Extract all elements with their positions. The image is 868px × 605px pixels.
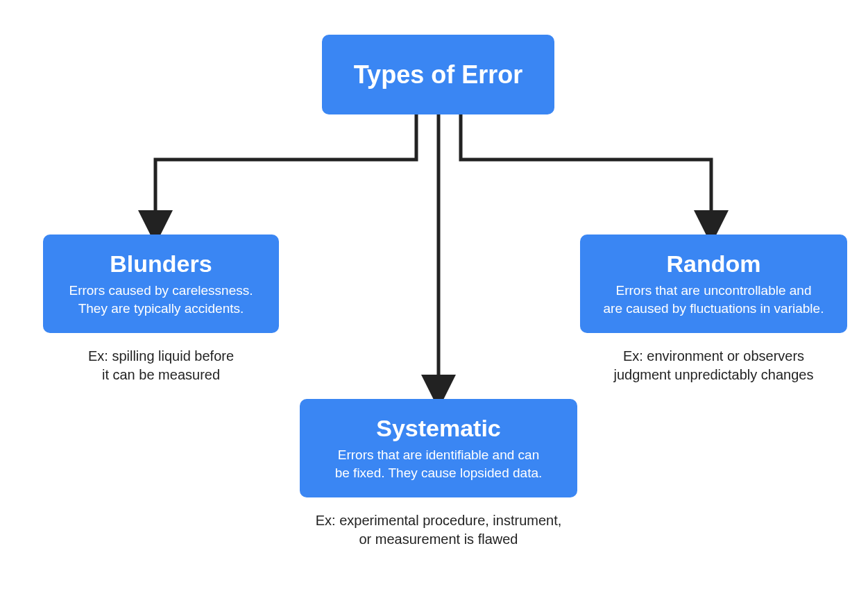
node-random-desc: Errors that are uncontrollable and are c… (604, 282, 824, 317)
node-root-title: Types of Error (354, 60, 522, 89)
node-blunders-title: Blunders (110, 250, 212, 278)
example-random: Ex: environment or observers judgment un… (580, 347, 847, 384)
node-systematic-desc: Errors that are identifiable and can be … (335, 446, 543, 482)
node-systematic-title: Systematic (376, 415, 501, 442)
example-systematic: Ex: experimental procedure, instrument, … (300, 511, 577, 549)
arrow-root-to-random (461, 114, 711, 228)
node-random: Random Errors that are uncontrollable an… (580, 235, 847, 333)
arrow-root-to-blunders (155, 114, 416, 228)
node-blunders: Blunders Errors caused by carelessness. … (43, 235, 279, 333)
node-blunders-desc: Errors caused by carelessness. They are … (69, 282, 253, 317)
node-random-title: Random (667, 250, 761, 278)
node-root: Types of Error (322, 35, 554, 114)
example-blunders: Ex: spilling liquid before it can be mea… (43, 347, 279, 384)
node-systematic: Systematic Errors that are identifiable … (300, 399, 577, 497)
